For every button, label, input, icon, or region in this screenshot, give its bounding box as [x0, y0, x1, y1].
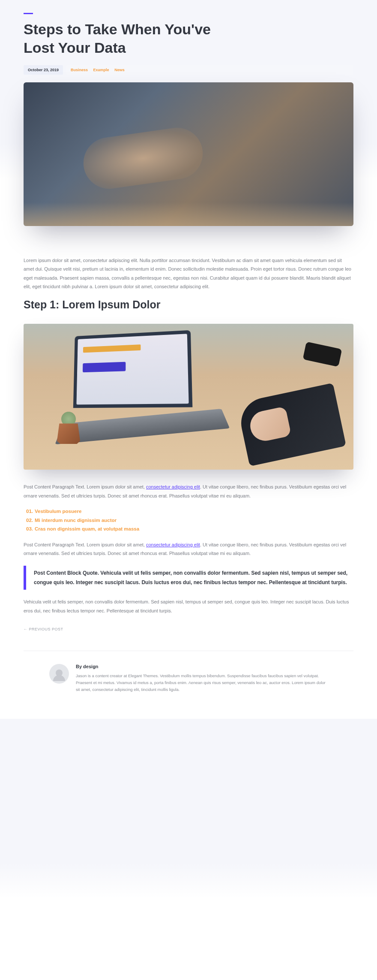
- intro-paragraph: Lorem ipsum dolor sit amet, consectetur …: [24, 256, 353, 291]
- author-bio: Jason is a content creator at Elegant Th…: [76, 672, 328, 693]
- post-date: October 23, 2019: [24, 65, 63, 75]
- content-link[interactable]: consectetur adipiscing elit: [146, 484, 200, 489]
- post-meta: October 23, 2019 Business Example News: [24, 65, 353, 75]
- list-item: 02.Mi interdum nunc dignissim auctor: [26, 516, 353, 525]
- step-image: [24, 324, 353, 470]
- author-box: By design Jason is a content creator at …: [24, 664, 353, 693]
- list-item: 01.Vestibulum posuere: [26, 507, 353, 516]
- list-item: 03.Cras non dignissim quam, at volutpat …: [26, 525, 353, 534]
- divider: [24, 651, 353, 651]
- post-categories: Business Example News: [66, 65, 353, 75]
- content-link[interactable]: consectetur adipiscing elit: [146, 542, 200, 547]
- previous-post-link[interactable]: ← PREVIOUS POST: [24, 627, 353, 631]
- avatar: [49, 664, 69, 684]
- category-link-news[interactable]: News: [114, 68, 125, 72]
- paragraph-4: Vehicula velit ut felis semper, non conv…: [24, 597, 353, 615]
- category-link-business[interactable]: Business: [71, 68, 88, 72]
- blockquote: Post Content Block Quote. Vehicula velit…: [24, 566, 353, 590]
- paragraph-2: Post Content Paragraph Text. Lorem ipsum…: [24, 482, 353, 500]
- hero-image: [24, 82, 353, 226]
- ordered-list: 01.Vestibulum posuere 02.Mi interdum nun…: [26, 507, 353, 534]
- paragraph-3: Post Content Paragraph Text. Lorem ipsum…: [24, 540, 353, 558]
- category-link-example[interactable]: Example: [93, 68, 109, 72]
- page-title: Steps to Take When You've Lost Your Data: [24, 20, 238, 57]
- step-1-heading: Step 1: Lorem Ipsum Dolor: [24, 299, 353, 311]
- author-byline: By design: [76, 664, 328, 669]
- accent-bar: [24, 13, 33, 14]
